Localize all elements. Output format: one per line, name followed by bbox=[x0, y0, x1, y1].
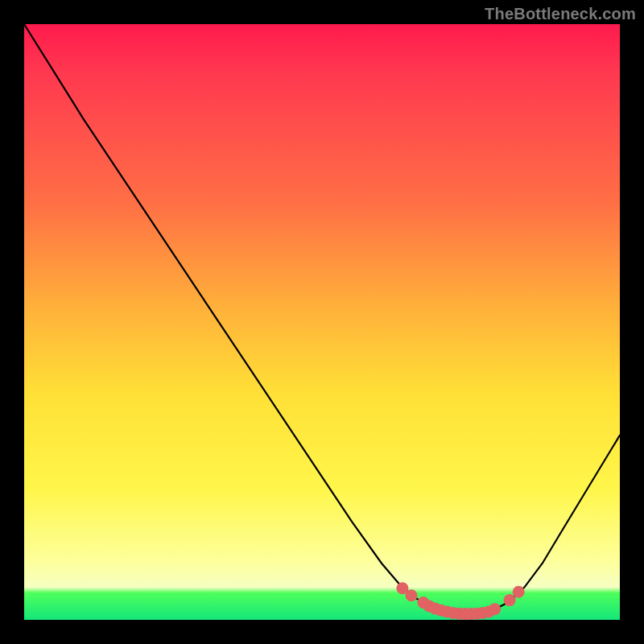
marker-dot bbox=[504, 594, 516, 606]
trough-markers bbox=[396, 582, 524, 620]
curve-overlay bbox=[24, 24, 620, 620]
watermark-text: TheBottleneck.com bbox=[485, 5, 636, 23]
plot-frame bbox=[24, 24, 620, 620]
marker-dot bbox=[513, 586, 525, 598]
marker-dot bbox=[406, 589, 418, 601]
bottleneck-curve bbox=[24, 24, 620, 614]
marker-dot bbox=[489, 603, 501, 615]
